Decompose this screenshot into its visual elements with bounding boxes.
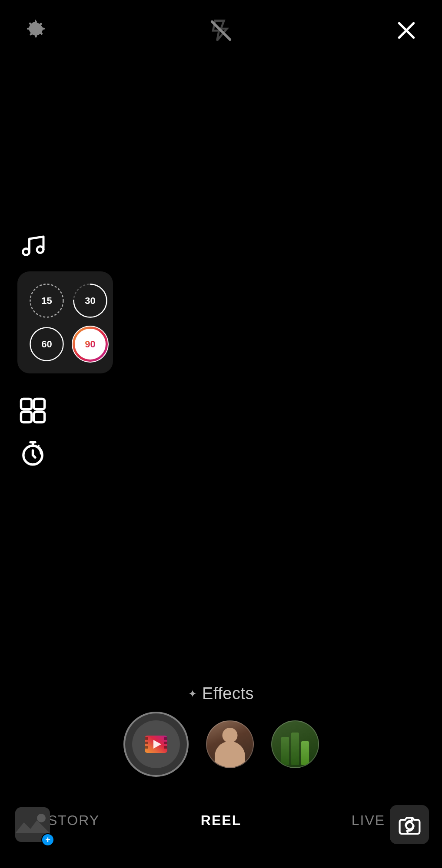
- recent-photo-1[interactable]: [206, 720, 254, 768]
- reel-label: REEL: [201, 812, 241, 828]
- svg-rect-15: [34, 412, 44, 422]
- bottle-2: [291, 733, 299, 765]
- bottles-visual: [272, 721, 318, 767]
- svg-rect-23: [164, 746, 167, 749]
- effects-bar[interactable]: ✦ Effects: [0, 684, 442, 703]
- svg-point-5: [37, 247, 43, 253]
- effects-label: Effects: [202, 684, 254, 703]
- svg-rect-21: [164, 737, 167, 740]
- svg-rect-13: [34, 399, 44, 409]
- duration-90-label: 90: [85, 339, 95, 350]
- svg-rect-19: [145, 742, 148, 744]
- layout-icon: [19, 396, 47, 425]
- flash-off-icon: [209, 19, 233, 43]
- person-head: [222, 728, 237, 743]
- recent-photo-2[interactable]: [271, 720, 319, 768]
- gear-icon: [24, 19, 48, 43]
- bottle-3: [301, 741, 309, 765]
- bottom-nav: STORY REEL LIVE: [0, 781, 442, 868]
- svg-point-26: [37, 814, 46, 822]
- svg-rect-18: [145, 737, 148, 740]
- gallery-add-icon: +: [41, 833, 54, 846]
- live-label: LIVE: [352, 812, 385, 828]
- duration-60-button[interactable]: 60: [28, 326, 65, 363]
- bottle-1: [281, 737, 289, 765]
- duration-selector: 15 30 60: [17, 271, 113, 373]
- camera-controls: [0, 712, 442, 777]
- nav-reel[interactable]: REEL: [147, 808, 295, 833]
- duration-90-button[interactable]: 90: [72, 326, 109, 363]
- reel-icon: [141, 729, 171, 759]
- person-body: [215, 741, 245, 767]
- duration-15-button[interactable]: 15: [28, 282, 65, 319]
- effects-sparkle-icon: ✦: [188, 688, 197, 700]
- shutter-inner: [132, 720, 180, 768]
- svg-rect-20: [145, 746, 148, 749]
- svg-rect-12: [21, 399, 31, 409]
- left-controls: 15 30 60: [17, 230, 113, 469]
- layout-button[interactable]: [17, 395, 48, 426]
- timer-button[interactable]: [17, 439, 48, 469]
- close-icon: [395, 20, 417, 41]
- flip-camera-icon: [398, 813, 422, 837]
- svg-point-4: [23, 249, 30, 255]
- flip-camera-button[interactable]: [390, 805, 429, 844]
- gallery-button[interactable]: +: [13, 805, 52, 844]
- settings-icon-button[interactable]: [22, 17, 50, 45]
- record-button[interactable]: [123, 712, 189, 777]
- timer-icon: [19, 440, 47, 468]
- svg-rect-14: [21, 412, 31, 422]
- flash-off-button[interactable]: [207, 17, 235, 45]
- top-bar: [0, 0, 442, 48]
- svg-rect-22: [164, 742, 167, 744]
- close-button[interactable]: [392, 17, 420, 45]
- duration-30-button[interactable]: 30: [72, 282, 109, 319]
- music-button[interactable]: [17, 230, 48, 261]
- music-icon: [20, 232, 46, 258]
- story-label: STORY: [48, 812, 100, 828]
